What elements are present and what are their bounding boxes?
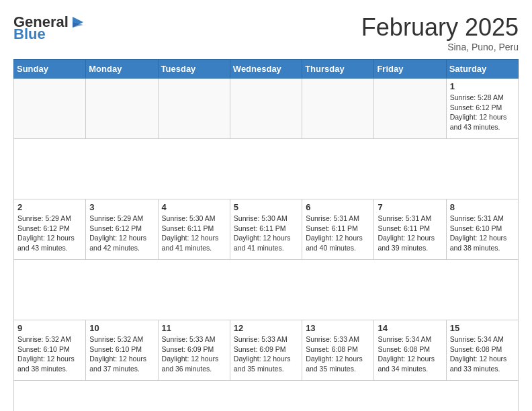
col-wednesday: Wednesday: [230, 60, 302, 79]
title-block: February 2025 Sina, Puno, Peru: [361, 13, 519, 52]
calendar-header-row: Sunday Monday Tuesday Wednesday Thursday…: [14, 60, 519, 79]
day-number: 8: [450, 202, 515, 212]
calendar-cell: 13Sunrise: 5:33 AMSunset: 6:08 PMDayligh…: [302, 320, 374, 381]
day-number: 11: [162, 323, 226, 333]
calendar-cell: [374, 79, 446, 139]
calendar-week-3: 9Sunrise: 5:32 AMSunset: 6:10 PMDaylight…: [14, 320, 519, 381]
col-thursday: Thursday: [302, 60, 374, 79]
calendar-cell: 12Sunrise: 5:33 AMSunset: 6:09 PMDayligh…: [230, 320, 302, 381]
day-info: Sunrise: 5:32 AMSunset: 6:10 PMDaylight:…: [17, 334, 82, 374]
day-number: 10: [89, 323, 154, 333]
calendar-cell: [302, 79, 374, 139]
calendar-cell: 6Sunrise: 5:31 AMSunset: 6:11 PMDaylight…: [302, 199, 374, 260]
calendar-week-1: 1Sunrise: 5:28 AMSunset: 6:12 PMDaylight…: [14, 79, 519, 139]
location-subtitle: Sina, Puno, Peru: [361, 42, 519, 52]
day-info: Sunrise: 5:31 AMSunset: 6:11 PMDaylight:…: [378, 214, 442, 253]
calendar-cell: 1Sunrise: 5:28 AMSunset: 6:12 PMDaylight…: [446, 79, 518, 139]
calendar-cell: 10Sunrise: 5:32 AMSunset: 6:10 PMDayligh…: [86, 320, 158, 381]
row-separator: [14, 381, 519, 412]
calendar-table: Sunday Monday Tuesday Wednesday Thursday…: [13, 59, 519, 411]
day-info: Sunrise: 5:34 AMSunset: 6:08 PMDaylight:…: [378, 334, 442, 374]
day-info: Sunrise: 5:31 AMSunset: 6:11 PMDaylight:…: [306, 214, 370, 253]
calendar-week-2: 2Sunrise: 5:29 AMSunset: 6:12 PMDaylight…: [14, 199, 519, 260]
day-info: Sunrise: 5:30 AMSunset: 6:11 PMDaylight:…: [162, 214, 226, 253]
day-info: Sunrise: 5:30 AMSunset: 6:11 PMDaylight:…: [234, 214, 298, 253]
calendar-cell: [86, 79, 158, 139]
day-number: 6: [306, 202, 370, 212]
day-info: Sunrise: 5:32 AMSunset: 6:10 PMDaylight:…: [89, 334, 154, 374]
calendar-cell: 11Sunrise: 5:33 AMSunset: 6:09 PMDayligh…: [158, 320, 230, 381]
day-info: Sunrise: 5:33 AMSunset: 6:09 PMDaylight:…: [162, 334, 226, 374]
day-number: 14: [378, 323, 442, 333]
calendar-cell: 7Sunrise: 5:31 AMSunset: 6:11 PMDaylight…: [374, 199, 446, 260]
day-info: Sunrise: 5:28 AMSunset: 6:12 PMDaylight:…: [450, 93, 515, 132]
calendar-cell: 15Sunrise: 5:34 AMSunset: 6:08 PMDayligh…: [446, 320, 518, 381]
day-number: 9: [17, 323, 82, 333]
day-number: 7: [378, 202, 442, 212]
calendar-cell: 2Sunrise: 5:29 AMSunset: 6:12 PMDaylight…: [14, 199, 86, 260]
row-separator: [14, 260, 519, 320]
day-number: 4: [162, 202, 226, 212]
calendar-cell: 14Sunrise: 5:34 AMSunset: 6:08 PMDayligh…: [374, 320, 446, 381]
day-info: Sunrise: 5:33 AMSunset: 6:09 PMDaylight:…: [234, 334, 298, 374]
col-tuesday: Tuesday: [158, 60, 230, 79]
day-number: 15: [450, 323, 515, 333]
day-number: 13: [306, 323, 370, 333]
day-info: Sunrise: 5:33 AMSunset: 6:08 PMDaylight:…: [306, 334, 370, 374]
calendar-cell: 9Sunrise: 5:32 AMSunset: 6:10 PMDaylight…: [14, 320, 86, 381]
col-sunday: Sunday: [14, 60, 86, 79]
month-title: February 2025: [361, 13, 519, 42]
logo-blue: Blue: [13, 26, 46, 43]
calendar-cell: 8Sunrise: 5:31 AMSunset: 6:10 PMDaylight…: [446, 199, 518, 260]
col-monday: Monday: [86, 60, 158, 79]
day-info: Sunrise: 5:29 AMSunset: 6:12 PMDaylight:…: [89, 214, 154, 253]
calendar-cell: [14, 79, 86, 139]
day-number: 3: [89, 202, 154, 212]
day-number: 1: [450, 81, 515, 91]
calendar-cell: 4Sunrise: 5:30 AMSunset: 6:11 PMDaylight…: [158, 199, 230, 260]
day-number: 2: [17, 202, 82, 212]
col-friday: Friday: [374, 60, 446, 79]
logo-icon: [70, 14, 86, 30]
calendar-cell: [230, 79, 302, 139]
logo: General Blue: [13, 13, 86, 43]
calendar-cell: [158, 79, 230, 139]
calendar-cell: 5Sunrise: 5:30 AMSunset: 6:11 PMDaylight…: [230, 199, 302, 260]
page-header: General Blue February 2025 Sina, Puno, P…: [13, 13, 519, 52]
calendar-cell: 3Sunrise: 5:29 AMSunset: 6:12 PMDaylight…: [86, 199, 158, 260]
day-number: 12: [234, 323, 298, 333]
col-saturday: Saturday: [446, 60, 518, 79]
day-info: Sunrise: 5:31 AMSunset: 6:10 PMDaylight:…: [450, 214, 515, 253]
row-separator: [14, 139, 519, 199]
day-info: Sunrise: 5:29 AMSunset: 6:12 PMDaylight:…: [17, 214, 82, 253]
day-info: Sunrise: 5:34 AMSunset: 6:08 PMDaylight:…: [450, 334, 515, 374]
day-number: 5: [234, 202, 298, 212]
